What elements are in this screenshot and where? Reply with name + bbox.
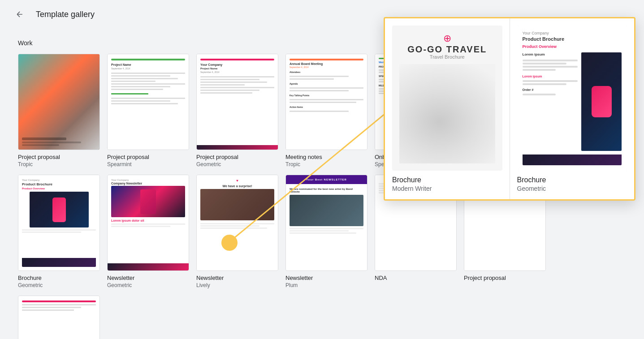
card-name-project-spearmint: Project proposal	[107, 154, 189, 160]
template-card-project-geometric[interactable]: Your Company Project Name September 4, 2…	[196, 54, 278, 167]
card-name-newsletter-geo: Newsletter	[107, 275, 189, 281]
tooltip-label-brochure-mw-name: Brochure	[392, 176, 502, 184]
tooltip-panel-brochure-geo[interactable]: Your Company Product Brochure Product Ov…	[510, 18, 635, 199]
tooltip-thumb-brochure-geo: Your Company Product Brochure Product Ov…	[517, 26, 627, 171]
card-name-project-geometric: Project proposal	[196, 154, 278, 160]
card-sub-project-tropic: Tropic	[18, 161, 100, 167]
card-name-meeting-tropic: Meeting notes	[285, 154, 367, 160]
card-thumb-project-geometric: Your Company Project Name September 4, 2…	[196, 54, 278, 150]
card-name-newsletter-lively: Newsletter	[196, 275, 278, 281]
card-name-nda: NDA	[375, 275, 457, 281]
card-thumb-project-tropic	[18, 54, 100, 150]
template-card-newsletter-geo[interactable]: Your Company Company Newsletter Lorem ip…	[107, 175, 189, 288]
tooltip-overlay: ⊕ GO-GO TRAVEL Travel Brochure Brochure …	[384, 17, 635, 201]
card-thumb-meeting-tropic: Annual Board Meeting September 4, 2014 A…	[285, 54, 367, 150]
tooltip-panel-brochure-mw[interactable]: ⊕ GO-GO TRAVEL Travel Brochure Brochure …	[385, 18, 510, 199]
template-card-brochure-geo[interactable]: Your Company Product Brochure Product Ov…	[18, 175, 100, 288]
card-thumb-project-spearmint: Project Name September 4, 2014	[107, 54, 189, 150]
card-thumb-generic-3	[18, 296, 100, 339]
yellow-indicator-circle	[221, 235, 238, 251]
card-sub-newsletter-lively: Lively	[196, 282, 278, 288]
card-sub-newsletter-geo: Geometric	[107, 282, 189, 288]
card-sub-brochure-geo: Geometric	[18, 282, 100, 288]
card-sub-project-spearmint: Spearmint	[107, 161, 189, 167]
card-name-generic-2: Project proposal	[464, 275, 546, 281]
card-sub-meeting-tropic: Tropic	[285, 161, 367, 167]
tooltip-thumb-brochure-mw: ⊕ GO-GO TRAVEL Travel Brochure	[392, 26, 502, 171]
card-thumb-brochure-geo: Your Company Product Brochure Product Ov…	[18, 175, 100, 271]
tooltip-label-brochure-geo-sub: Geometric	[517, 185, 627, 192]
back-button[interactable]	[11, 5, 29, 23]
template-card-meeting-tropic[interactable]: Annual Board Meeting September 4, 2014 A…	[285, 54, 367, 167]
card-name-brochure-geo: Brochure	[18, 275, 100, 281]
template-card-newsletter-lively[interactable]: ♥ We have a surprise! Newsletter Lively	[196, 175, 278, 288]
card-thumb-newsletter-plum: Your Best NEWSLETTER We are nominated fo…	[285, 175, 367, 271]
card-thumb-newsletter-lively: ♥ We have a surprise!	[196, 175, 278, 271]
card-sub-project-geometric: Geometric	[196, 161, 278, 167]
tooltip-label-brochure-geo-name: Brochure	[517, 176, 627, 184]
template-card-project-tropic[interactable]: Project proposal Tropic	[18, 54, 100, 167]
card-thumb-newsletter-geo: Your Company Company Newsletter Lorem ip…	[107, 175, 189, 271]
template-card-project-spearmint[interactable]: Project Name September 4, 2014 Project p…	[107, 54, 189, 167]
card-sub-newsletter-plum: Plum	[285, 282, 367, 288]
card-name-project-tropic: Project proposal	[18, 154, 100, 160]
template-card-generic-3[interactable]: Template	[18, 296, 100, 339]
tooltip-label-brochure-mw-sub: Modern Writer	[392, 185, 502, 192]
template-card-newsletter-plum[interactable]: Your Best NEWSLETTER We are nominated fo…	[285, 175, 367, 288]
page-title: Template gallery	[36, 10, 95, 19]
card-name-newsletter-plum: Newsletter	[285, 275, 367, 281]
